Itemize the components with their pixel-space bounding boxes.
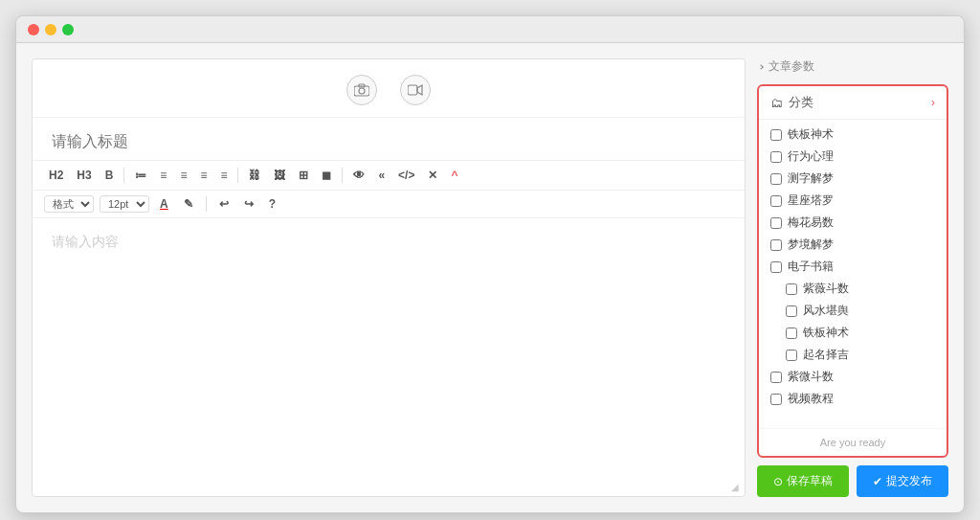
editor-content[interactable]: 请输入内容 ◢ — [33, 218, 745, 496]
folder-icon: 🗂 — [770, 96, 783, 110]
redo-button[interactable]: ↪ — [239, 195, 258, 213]
image-button[interactable]: 🖼 — [269, 167, 290, 184]
collapse-button[interactable]: ^ — [446, 167, 462, 184]
camera-icon[interactable] — [346, 75, 377, 105]
video-icon[interactable] — [400, 75, 431, 105]
cat-item[interactable]: 测字解梦 — [759, 168, 947, 190]
cat-checkbox[interactable] — [770, 239, 782, 251]
category-header-left: 🗂 分类 — [770, 94, 813, 111]
cat-item[interactable]: 梦境解梦 — [759, 234, 947, 256]
submit-icon: ✔ — [873, 475, 882, 488]
cat-label: 梅花易数 — [788, 215, 834, 231]
cat-checkbox[interactable] — [770, 173, 782, 185]
window-body: H2 H3 B ≔ ≡ ≡ ≡ ≡ ⛓ 🖼 ⊞ ◼ 👁 « </> ✕ ^ — [16, 43, 964, 512]
cat-item[interactable]: 电子书籍 — [759, 256, 947, 278]
list-ol-button[interactable]: ≔ — [130, 167, 151, 184]
preview-button[interactable]: 👁 — [348, 167, 369, 184]
maximize-button[interactable] — [62, 24, 74, 35]
editor-media-icons — [33, 59, 745, 118]
h3-button[interactable]: H3 — [72, 167, 96, 184]
cat-item[interactable]: 行为心理 — [759, 146, 947, 168]
cat-checkbox[interactable] — [770, 151, 782, 163]
editor-area: H2 H3 B ≔ ≡ ≡ ≡ ≡ ⛓ 🖼 ⊞ ◼ 👁 « </> ✕ ^ — [32, 58, 746, 497]
cat-checkbox[interactable] — [770, 129, 782, 141]
cat-label: 行为心理 — [788, 148, 834, 165]
section-label-text: 文章参数 — [768, 58, 814, 75]
minimize-button[interactable] — [45, 24, 56, 35]
category-panel: 🗂 分类 › 铁板神术行为心理测字解梦星座塔罗梅花易数梦境解梦电子书籍紫薇斗数风… — [757, 84, 948, 458]
toolbar-sep-1 — [123, 168, 124, 183]
cat-label: 星座塔罗 — [788, 192, 834, 209]
are-you-ready-text: Are you ready — [759, 428, 947, 456]
align-center-button[interactable]: ≡ — [195, 167, 212, 184]
toolbar-row1: H2 H3 B ≔ ≡ ≡ ≡ ≡ ⛓ 🖼 ⊞ ◼ 👁 « </> ✕ ^ — [33, 160, 745, 191]
code-button[interactable]: </> — [393, 167, 419, 184]
cat-checkbox[interactable] — [770, 195, 782, 207]
h2-button[interactable]: H2 — [44, 167, 68, 184]
cat-item[interactable]: 梅花易数 — [759, 212, 947, 234]
category-list: 铁板神术行为心理测字解梦星座塔罗梅花易数梦境解梦电子书籍紫薇斗数风水堪舆铁板神术… — [759, 120, 947, 428]
save-draft-button[interactable]: ⊙ 保存草稿 — [757, 465, 849, 497]
cat-item[interactable]: 紫薇斗数 — [759, 278, 947, 300]
cat-label: 紫薇斗数 — [803, 281, 849, 297]
help-button[interactable]: ? — [264, 195, 280, 213]
cat-label: 起名择吉 — [803, 347, 849, 363]
cat-item[interactable]: 铁板神术 — [759, 124, 947, 146]
align-right-button[interactable]: ≡ — [215, 167, 232, 184]
chevron-right-icon[interactable]: › — [931, 96, 935, 109]
fontcolor-button[interactable]: A — [155, 195, 173, 213]
cat-item[interactable]: 紫微斗数 — [759, 366, 947, 388]
cat-label: 风水堪舆 — [803, 303, 849, 319]
fontsize-select[interactable]: 12pt — [100, 195, 149, 213]
category-title: 分类 — [789, 94, 813, 111]
cat-label: 梦境解梦 — [788, 237, 834, 253]
section-label: 文章参数 — [757, 58, 948, 77]
app-window: H2 H3 B ≔ ≡ ≡ ≡ ≡ ⛓ 🖼 ⊞ ◼ 👁 « </> ✕ ^ — [15, 15, 965, 513]
cat-item[interactable]: 视频教程 — [759, 388, 947, 410]
sidebar: 文章参数 🗂 分类 › 铁板神术行为心理测字解梦星座塔罗梅花易数梦境解梦电子书籍… — [757, 58, 948, 497]
toolbar-sep-3 — [342, 168, 343, 183]
toolbar-sep-4 — [206, 196, 207, 212]
cat-label: 铁板神术 — [803, 325, 849, 341]
format-select[interactable]: 格式 — [44, 195, 94, 213]
sidebar-buttons: ⊙ 保存草稿 ✔ 提交发布 — [757, 465, 948, 497]
close-button[interactable] — [28, 24, 39, 35]
undo-button[interactable]: ↩ — [214, 195, 234, 213]
cat-label: 铁板神术 — [788, 126, 834, 143]
clear-button[interactable]: ✕ — [423, 167, 442, 184]
cat-item[interactable]: 星座塔罗 — [759, 190, 947, 212]
submit-button[interactable]: ✔ 提交发布 — [857, 465, 948, 497]
cat-checkbox[interactable] — [770, 261, 782, 273]
cat-item[interactable]: 起名择吉 — [759, 344, 947, 366]
cat-checkbox[interactable] — [770, 217, 782, 229]
list-ul-button[interactable]: ≡ — [155, 167, 171, 184]
toolbar-row2: 格式 12pt A ✎ ↩ ↪ ? — [33, 191, 745, 218]
category-header: 🗂 分类 › — [759, 86, 947, 120]
save-icon: ⊙ — [773, 475, 783, 488]
cat-checkbox[interactable] — [786, 350, 797, 361]
align-left-button[interactable]: ≡ — [175, 167, 191, 184]
bold-button[interactable]: B — [100, 167, 119, 184]
link-button[interactable]: ⛓ — [244, 167, 265, 184]
cat-item[interactable]: 风水堪舆 — [759, 300, 947, 322]
title-input[interactable] — [33, 118, 745, 160]
table-button[interactable]: ⊞ — [294, 167, 313, 184]
submit-label: 提交发布 — [886, 473, 932, 489]
block-button[interactable]: ◼ — [317, 167, 336, 184]
cat-label: 视频教程 — [788, 391, 834, 407]
cat-label: 电子书籍 — [788, 259, 834, 275]
cat-label: 紫微斗数 — [788, 369, 834, 385]
cat-label: 测字解梦 — [788, 170, 834, 187]
resize-handle[interactable]: ◢ — [731, 482, 739, 492]
save-label: 保存草稿 — [787, 473, 833, 489]
cat-checkbox[interactable] — [786, 328, 797, 339]
cat-checkbox[interactable] — [770, 372, 782, 383]
quote-button[interactable]: « — [373, 167, 390, 184]
cat-checkbox[interactable] — [786, 283, 797, 295]
cat-checkbox[interactable] — [770, 394, 782, 405]
highlight-button[interactable]: ✎ — [179, 195, 198, 213]
cat-item[interactable]: 铁板神术 — [759, 322, 947, 344]
toolbar-sep-2 — [237, 168, 238, 183]
cat-checkbox[interactable] — [786, 305, 797, 317]
svg-point-1 — [359, 88, 365, 94]
